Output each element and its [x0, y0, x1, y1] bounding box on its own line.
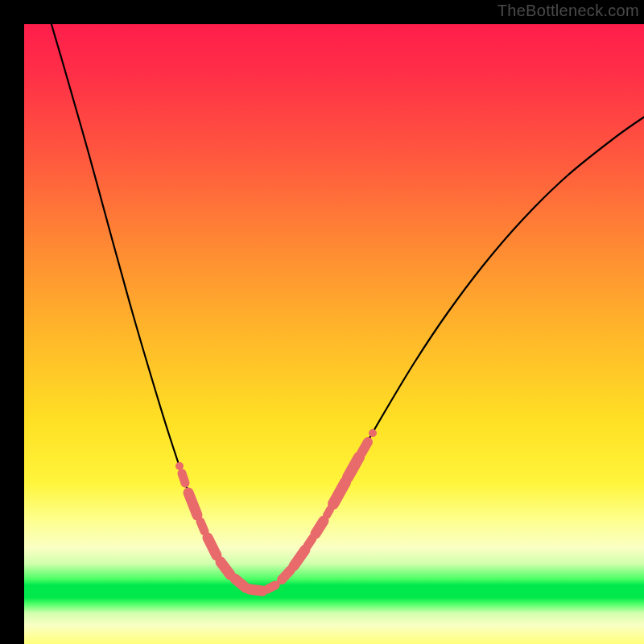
chart-frame: TheBottleneck.com	[0, 0, 644, 644]
marker-segment	[250, 589, 262, 591]
marker-segment	[188, 493, 197, 515]
marker-segment	[208, 538, 217, 555]
marker-segment	[182, 473, 185, 483]
marker-segment	[348, 457, 359, 477]
marker-segment	[200, 522, 204, 531]
right-markers-group	[282, 442, 368, 580]
marker-segment	[221, 562, 230, 575]
plot-area	[24, 24, 644, 644]
watermark-text: TheBottleneck.com	[497, 2, 639, 20]
bottleneck-curve	[47, 24, 644, 591]
plot-svg	[24, 24, 644, 644]
marker-segment	[308, 539, 312, 546]
marker-segment	[267, 585, 275, 589]
marker-segment	[282, 570, 291, 580]
left-markers-group	[182, 473, 275, 591]
small-dots-group	[175, 429, 377, 470]
marker-segment	[361, 442, 368, 453]
marker-segment	[333, 482, 345, 504]
marker-segment	[294, 550, 305, 566]
marker-segment	[316, 521, 324, 534]
marker-segment	[235, 579, 246, 588]
marker-dot	[175, 462, 184, 470]
marker-dot	[369, 429, 377, 437]
marker-segment	[327, 510, 330, 515]
